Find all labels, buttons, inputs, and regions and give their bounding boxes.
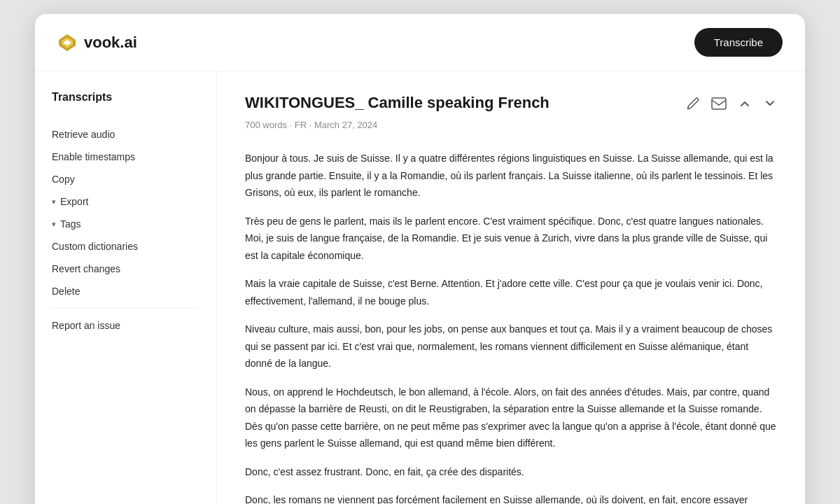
paragraph: Nous, on apprend le Hochdeutsch, le bon … <box>245 384 777 452</box>
sidebar-top: Transcripts Retrieve audio Enable timest… <box>52 91 200 337</box>
sidebar-item-label: Report an issue <box>52 320 120 331</box>
paragraph: Niveau culture, mais aussi, bon, pour le… <box>245 321 777 372</box>
body-area: Transcripts Retrieve audio Enable timest… <box>35 71 805 504</box>
doc-header: WIKITONGUES_ Camille speaking French <box>245 94 777 114</box>
sidebar-item-label: Tags <box>60 218 81 230</box>
sidebar-item-copy[interactable]: Copy <box>52 168 200 190</box>
sidebar-item-label: Retrieve audio <box>52 129 115 140</box>
sidebar-item-label: Custom dictionaries <box>52 241 138 252</box>
sidebar-item-retrieve-audio[interactable]: Retrieve audio <box>52 123 200 146</box>
logo-text: vook.ai <box>84 34 137 52</box>
logo-area: vook.ai <box>57 33 137 52</box>
main-content: WIKITONGUES_ Camille speaking French <box>217 71 805 504</box>
chevron-up-icon[interactable] <box>738 97 752 114</box>
sidebar-item-custom-dictionaries[interactable]: Custom dictionaries <box>52 235 200 258</box>
doc-meta: 700 words · FR · March 27, 2024 <box>245 120 777 130</box>
paragraph: Bonjour à tous. Je suis de Suisse. Il y … <box>245 150 777 202</box>
sidebar-item-label: Export <box>60 196 88 207</box>
sidebar-item-tags[interactable]: ▾ Tags <box>52 213 200 235</box>
logo-icon <box>57 33 77 52</box>
sidebar-item-export[interactable]: ▾ Export <box>52 190 200 213</box>
header: vook.ai Transcribe <box>35 14 805 71</box>
sidebar-title: Transcripts <box>52 91 200 104</box>
chevron-down-icon: ▾ <box>52 197 56 206</box>
edit-icon[interactable] <box>686 97 700 114</box>
sidebar-divider <box>52 308 200 309</box>
app-window: vook.ai Transcribe Transcripts Retrieve … <box>35 14 805 504</box>
sidebar-item-enable-timestamps[interactable]: Enable timestamps <box>52 146 200 168</box>
sidebar-item-label: Copy <box>52 174 75 185</box>
doc-title: WIKITONGUES_ Camille speaking French <box>245 94 550 112</box>
paragraph: Mais la vraie capitale de Suisse, c'est … <box>245 275 777 309</box>
chevron-down-icon: ▾ <box>52 220 56 229</box>
paragraph: Donc, c'est assez frustrant. Donc, en fa… <box>245 463 777 481</box>
sidebar-item-label: Revert changes <box>52 263 120 274</box>
transcribe-button[interactable]: Transcribe <box>694 28 783 57</box>
paragraph: Donc, les romans ne viennent pas forcéme… <box>245 491 777 504</box>
paragraph: Très peu de gens le parlent, mais ils le… <box>245 213 777 265</box>
doc-body: Bonjour à tous. Je suis de Suisse. Il y … <box>245 150 777 504</box>
mail-icon[interactable] <box>711 97 727 113</box>
chevron-down-icon[interactable] <box>763 97 777 114</box>
doc-actions <box>686 94 777 114</box>
svg-rect-3 <box>712 98 726 109</box>
sidebar-item-report-issue[interactable]: Report an issue <box>52 314 200 337</box>
sidebar-item-label: Enable timestamps <box>52 151 135 162</box>
sidebar-item-revert-changes[interactable]: Revert changes <box>52 258 200 280</box>
sidebar-item-delete[interactable]: Delete <box>52 280 200 302</box>
sidebar: Transcripts Retrieve audio Enable timest… <box>35 71 217 504</box>
sidebar-item-label: Delete <box>52 286 80 297</box>
